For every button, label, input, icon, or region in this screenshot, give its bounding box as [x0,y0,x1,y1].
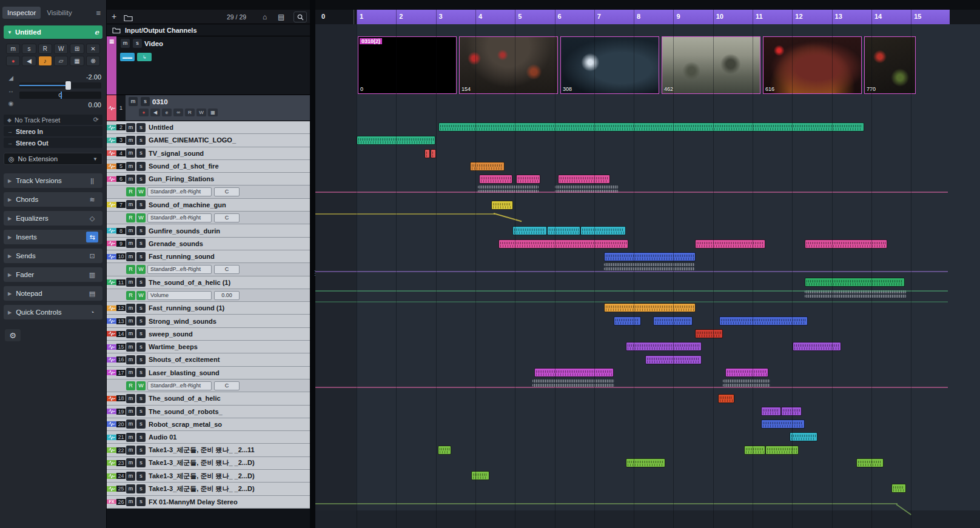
record-arm-button[interactable]: ● [6,56,20,66]
audio-event[interactable] [479,175,512,184]
track-row-10[interactable]: 10msFast_running_sound [107,250,310,263]
mute-button[interactable]: m [126,136,135,145]
inspector-section-notepad[interactable]: ▶Notepad▤ [4,286,102,301]
audio-event[interactable] [626,458,665,467]
mute-button[interactable]: m [126,175,135,184]
inspector-section-fader[interactable]: ▶Fader▥ [4,267,102,282]
audio-event[interactable] [805,239,887,249]
track-row-8[interactable]: 8msGunfire_sounds_durin [107,224,310,237]
solo-button[interactable]: s [136,316,146,326]
monitor-button[interactable]: ◀ [150,109,160,116]
equalizers-icon[interactable]: ◇ [86,213,98,224]
solo-button[interactable]: s [22,44,36,54]
inspector-section-track-versions[interactable]: ▶Track Versions|| [4,173,102,188]
audio-event[interactable] [512,226,547,235]
mute-button[interactable]: m [126,200,135,209]
automation-parameter-select[interactable]: StandardP...eft-Right [147,187,212,196]
solo-button[interactable]: s [133,39,142,48]
solo-button[interactable]: s [136,329,146,338]
read-automation-button[interactable]: R [126,291,135,300]
track-row-16[interactable]: 16msShouts_of_excitement [107,353,310,366]
audio-event[interactable] [604,303,696,312]
solo-button[interactable]: s [136,149,146,158]
solo-button[interactable]: s [141,97,150,106]
solo-button[interactable]: s [136,200,146,209]
write-automation-button[interactable]: W [136,213,146,222]
track-row-17[interactable]: 17msLaser_blasting_sound [107,367,310,379]
pan-handle[interactable] [61,92,62,99]
mute-button[interactable]: m [126,368,135,377]
audio-event[interactable] [534,368,614,377]
mute-button[interactable]: m [126,484,135,493]
solo-button[interactable]: s [136,239,146,248]
automation-parameter-select[interactable]: StandardP...eft-Right [147,265,212,274]
chords-icon[interactable]: ≋ [86,194,98,205]
track-row-22[interactable]: 22msTake1-3_제군들, 준비 됐나_ _2...11 [107,444,310,456]
solo-button[interactable]: s [136,472,146,481]
pan-control[interactable]: C [19,92,101,99]
inspector-menu-icon[interactable]: ≡ [93,8,104,18]
track-row-20[interactable]: 20msRobot_scrap_metal_so [107,418,310,431]
track-preset-row[interactable]: ◆ No Track Preset ⟳ [4,115,102,125]
inspector-section-quick-controls[interactable]: ▶Quick Controls◔ [4,305,102,319]
audio-event[interactable] [471,471,489,480]
audio-event[interactable] [580,226,626,235]
solo-button[interactable]: s [136,304,146,313]
track-row-7[interactable]: 7msSound_of_machine_gun [107,199,310,212]
audio-event[interactable] [761,419,805,429]
automation-value[interactable]: C [214,381,240,390]
audio-event[interactable] [438,446,451,455]
track-row-21[interactable]: 21msAudio 01 [107,431,310,444]
track-row-video[interactable]: ▦ m s Video ▬▬ ↳ [107,36,310,95]
video-event[interactable]: 308 [560,36,659,94]
track-row-19[interactable]: 19msThe_sound_of_robots_ [107,406,310,418]
lock-button[interactable]: ▱ [54,56,68,66]
extension-dropdown[interactable]: ◎ No Extension ▼ [4,153,102,165]
audio-event[interactable] [547,226,580,235]
monitor-button[interactable]: ◀ [22,56,36,66]
audio-event[interactable] [793,342,841,351]
show-thumbnails-button[interactable]: ▬▬ [120,53,135,61]
solo-button[interactable]: s [136,497,146,506]
audio-event[interactable] [491,201,513,210]
automation-value[interactable]: 0.00 [214,291,240,300]
lanes-button[interactable]: ▦ [208,109,218,116]
track-row-23[interactable]: 23msTake1-3_제군들, 준비 됐나_ _2...D) [107,457,310,470]
solo-button[interactable]: s [136,175,146,184]
mute-button[interactable]: m [129,97,138,106]
mute-button[interactable]: m [126,123,135,132]
mute-button[interactable]: m [126,407,135,416]
io-channels-folder-row[interactable]: Input/Output Channels [107,24,310,36]
audio-event[interactable] [781,407,802,416]
mute-button[interactable]: m [126,355,135,364]
audio-event[interactable] [719,316,808,326]
write-automation-button[interactable]: W [136,381,146,390]
track-row-14[interactable]: 14mssweep_sound [107,328,310,341]
track-row-12[interactable]: 12msFast_running_sound (1) [107,302,310,315]
mute-button[interactable]: m [126,394,135,403]
notepad-icon[interactable]: ▤ [86,288,98,299]
automation-lane-row[interactable]: RWStandardP...eft-RightC [107,379,310,392]
mute-button[interactable]: m [126,162,135,171]
freeze-button[interactable]: ⊗ [86,56,100,66]
record-arm-button[interactable]: ● [139,109,149,116]
solo-button[interactable]: s [136,355,146,364]
edit-channel-icon[interactable]: e [95,28,99,36]
track-row-6[interactable]: 6msGun_Firing_Stations [107,173,310,185]
read-automation-button[interactable]: R [185,109,195,116]
add-track-button[interactable]: + [112,12,116,21]
search-tracks-button[interactable] [294,12,307,22]
write-automation-button[interactable]: W [136,265,146,274]
mute-button[interactable]: m [121,39,130,48]
track-row-25[interactable]: 25msTake1-3_제군들, 준비 됐나_ _2...D) [107,483,310,495]
solo-button[interactable]: s [136,343,146,352]
track-row-18[interactable]: 18msThe_sound_of_a_helic [107,392,310,405]
mute-button[interactable]: m [126,226,135,235]
audio-event[interactable] [425,149,430,158]
audio-event[interactable] [891,484,906,493]
solo-button[interactable]: s [136,368,146,377]
write-automation-button[interactable]: W [136,187,146,196]
mute-button[interactable]: m [126,472,135,481]
automation-value[interactable]: C [214,265,240,274]
solo-button[interactable]: s [136,394,146,403]
